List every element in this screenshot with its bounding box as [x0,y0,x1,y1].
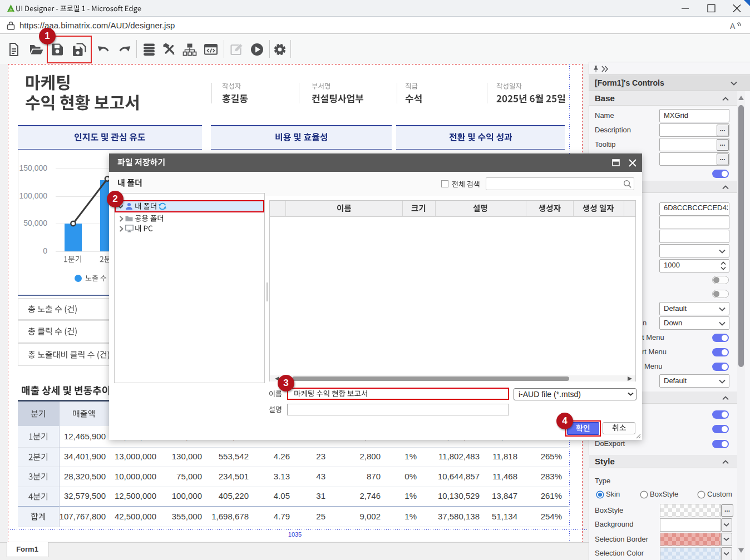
svg-text:A: A [730,22,736,31]
